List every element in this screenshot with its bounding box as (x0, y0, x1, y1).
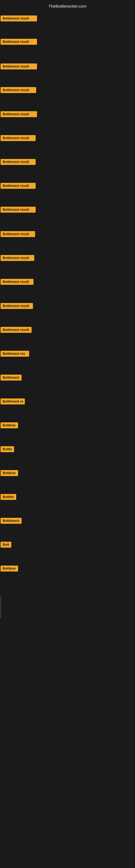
page-container: TheBottlenecker.com Bottleneck result Bo… (0, 0, 135, 868)
list-item: Bottleneck (1, 375, 21, 382)
bottleneck-badge: Bottleneck result (1, 303, 33, 309)
list-item: Bottleneck result (1, 279, 34, 286)
vertical-indicator (1, 597, 1, 618)
list-item: Bottlene (1, 422, 18, 429)
list-item: Bottleneck result (1, 63, 37, 70)
list-item: Bottlene (1, 470, 18, 477)
list-item: Bott (1, 542, 11, 549)
ellipsis-indicator: ... (1, 678, 4, 682)
bottleneck-badge: Bottleneck result (1, 16, 37, 22)
list-item: Bottlen (1, 494, 16, 501)
bottleneck-badge: Bottlene (1, 470, 18, 476)
bottleneck-badge: Bottleneck (1, 375, 21, 380)
list-item: Bottleneck result (1, 111, 37, 118)
bottleneck-badge: Bottlene (1, 565, 18, 571)
bottleneck-badge: Bottleneck result (1, 111, 37, 117)
bottleneck-badge: Bottleneck result (1, 63, 37, 69)
items-container: Bottleneck result Bottleneck result Bott… (0, 0, 135, 868)
list-item: Bottleneck result (1, 207, 36, 214)
list-item: Bottleneck result (1, 16, 37, 23)
list-item: Bottleneck result (1, 231, 35, 238)
bottleneck-badge: Bottlene (1, 422, 18, 428)
list-item: Bottleneck result (1, 303, 33, 310)
list-item: Bottleneck (1, 518, 21, 525)
list-item: Bottleneck result (1, 39, 37, 46)
bottleneck-badge: Bottleneck res (1, 351, 29, 357)
bottleneck-badge: Bottleneck result (1, 279, 34, 285)
bottleneck-badge: Bottleneck result (1, 255, 34, 261)
bottleneck-badge: Bott (1, 542, 11, 548)
list-item: Bottlene (1, 565, 18, 572)
bottleneck-badge: Bottleneck (1, 518, 21, 524)
bottleneck-badge: Bottleneck result (1, 183, 36, 189)
list-item: Bottleneck res (1, 351, 29, 358)
bottleneck-badge: Bottleneck result (1, 159, 36, 165)
bottleneck-badge: Bottleneck result (1, 327, 32, 333)
bottleneck-badge: Bottleneck result (1, 207, 36, 213)
list-item: Bottleneck result (1, 135, 36, 142)
list-item: Bottleneck result (1, 255, 34, 262)
bottleneck-badge: Bottlen (1, 494, 16, 500)
bottleneck-badge: Bottleneck re (1, 399, 25, 404)
list-item: Bottleneck result (1, 87, 36, 94)
list-item: Bottleneck result (1, 159, 36, 166)
list-item: Bottleneck result (1, 327, 32, 334)
bottleneck-badge: Bottleneck result (1, 39, 37, 45)
list-item: Bottleneck re (1, 399, 25, 405)
bottleneck-badge: Bottleneck result (1, 231, 35, 237)
list-item: Bottleneck result (1, 183, 36, 190)
bottleneck-badge: Bottleneck result (1, 87, 36, 93)
list-item: Bottle (1, 446, 14, 453)
bottleneck-badge: Bottleneck result (1, 135, 36, 141)
bottleneck-badge: Bottle (1, 446, 14, 452)
